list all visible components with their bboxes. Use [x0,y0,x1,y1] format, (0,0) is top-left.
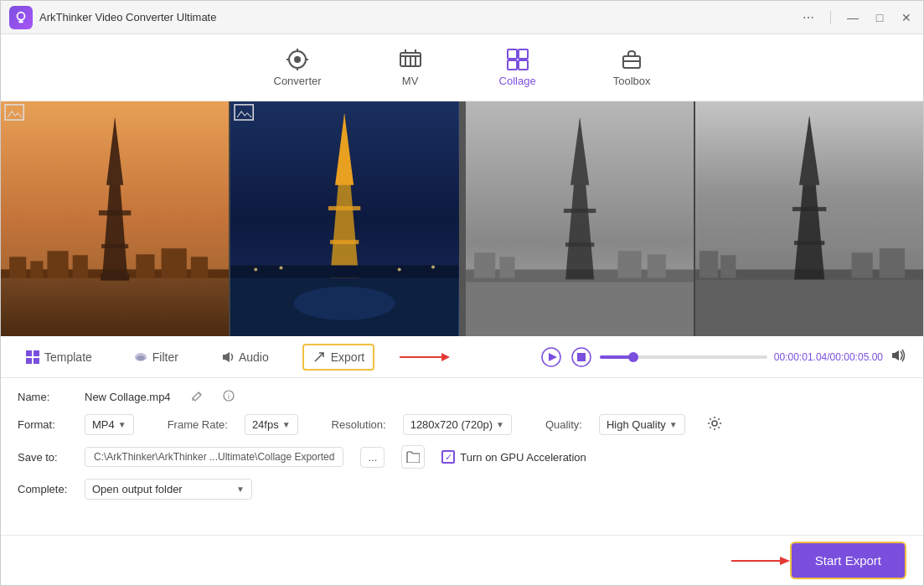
svg-rect-51 [617,251,641,277]
app-logo [9,6,33,29]
tab-filter[interactable]: Filter [126,345,187,369]
tab-toolbox[interactable]: Toolbox [600,41,664,94]
quality-label: Quality: [545,418,582,431]
resolution-label: Resolution: [332,418,386,431]
more-button[interactable]: ... [360,447,385,468]
name-value: New Collage.mp4 [85,391,171,403]
svg-point-44 [431,265,435,268]
saveto-label: Save to: [18,451,68,464]
playback-controls: 00:00:01.04/00:00:05.00 [539,345,906,369]
svg-rect-55 [563,209,595,213]
play-button[interactable] [539,345,563,369]
tab-template-label: Template [44,350,92,364]
svg-rect-47 [466,278,694,336]
svg-rect-11 [519,49,528,59]
complete-row: Complete: Open output folder ▼ [18,479,906,500]
svg-point-0 [18,12,25,19]
more-button[interactable]: ⋯ [800,9,817,26]
resolution-select[interactable]: 1280x720 (720p) ▼ [403,414,512,435]
format-label: Format: [18,418,68,431]
stop-button[interactable] [570,345,593,369]
volume-icon[interactable] [890,347,906,367]
svg-point-34 [294,287,395,320]
export-arrow-indicator [400,349,450,366]
svg-rect-12 [508,60,517,70]
svg-rect-38 [330,240,359,244]
tab-mv[interactable]: MV [385,41,436,94]
name-info-icon[interactable]: i [223,390,235,404]
svg-rect-28 [101,274,129,281]
complete-label: Complete: [18,483,68,495]
tab-mv-label: MV [402,75,419,87]
name-row: Name: New Collage.mp4 i [18,390,906,404]
svg-marker-90 [780,557,790,565]
saveto-row: Save to: C:\ArkThinker\ArkThinker ...Ult… [18,445,906,469]
folder-button[interactable] [401,445,425,469]
svg-rect-72 [26,358,32,364]
close-button[interactable]: ✕ [898,9,915,26]
app-title: ArkThinker Video Converter Ultimate [39,11,800,23]
tab-filter-label: Filter [152,350,178,364]
maximize-button[interactable]: □ [871,9,888,26]
svg-marker-78 [441,353,450,361]
svg-marker-80 [549,353,557,361]
svg-point-41 [254,267,257,271]
svg-rect-49 [474,252,495,277]
framerate-label: Frame Rate: [168,418,228,431]
svg-rect-22 [73,255,88,277]
preview-image-1 [1,101,229,336]
svg-rect-30 [101,244,128,248]
name-edit-icon[interactable] [191,390,203,404]
settings-area: Name: New Collage.mp4 i Format: MP4 ▼ Fr… [1,378,923,535]
checkbox-icon: ✓ [441,450,455,464]
saveto-path: C:\ArkThinker\ArkThinker ...Ultimate\Col… [85,447,343,467]
time-display: 00:00:01.04/00:00:05.00 [774,351,883,363]
svg-rect-20 [30,261,43,277]
start-export-button[interactable]: Start Export [790,542,906,579]
tab-toolbox-label: Toolbox [613,75,651,87]
preview-area [1,101,923,336]
svg-point-4 [294,56,301,63]
svg-rect-67 [792,207,826,211]
svg-rect-25 [191,257,208,277]
gpu-acceleration-checkbox[interactable]: ✓ Turn on GPU Acceleration [441,450,586,464]
tab-export[interactable]: Export [302,344,374,371]
quality-select[interactable]: High Quality ▼ [599,414,685,435]
svg-line-84 [199,392,201,395]
tab-collage-label: Collage [499,75,536,87]
name-label: Name: [18,391,68,403]
window-controls: ⋯ — □ ✕ [800,9,915,26]
nav-tabs: Converter MV Collage [1,34,923,101]
svg-text:i: i [228,392,230,401]
framerate-select[interactable]: 24fps ▼ [245,414,298,435]
tab-collage[interactable]: Collage [486,41,550,94]
svg-point-42 [280,266,283,269]
tab-converter-label: Converter [274,75,322,87]
minimize-button[interactable]: — [844,9,861,26]
svg-rect-61 [699,251,718,277]
svg-rect-19 [9,257,26,277]
svg-rect-37 [328,206,360,210]
complete-select[interactable]: Open output folder ▼ [85,479,252,500]
preview-divider [459,101,466,336]
preview-image-2 [230,101,458,336]
gpu-label: Turn on GPU Acceleration [460,451,586,464]
playback-progress[interactable] [600,355,767,359]
tab-export-label: Export [331,350,364,364]
svg-rect-62 [720,255,736,277]
svg-rect-56 [565,242,593,246]
svg-rect-13 [519,60,528,70]
svg-rect-57 [567,270,592,278]
tab-audio[interactable]: Audio [212,345,277,369]
svg-rect-59 [695,274,923,336]
tab-template[interactable]: Template [18,345,101,369]
svg-rect-63 [851,252,872,277]
format-select[interactable]: MP4 ▼ [85,414,134,435]
start-export-area: Start Export [731,542,906,579]
titlebar: ArkThinker Video Converter Ultimate ⋯ — … [1,1,923,34]
quality-gear-icon[interactable] [707,416,722,434]
tool-tabs: Template Filter Audio Exp [1,336,923,378]
tab-converter[interactable]: Converter [261,41,335,94]
format-row: Format: MP4 ▼ Frame Rate: 24fps ▼ Resolu… [18,414,906,435]
app-window: ArkThinker Video Converter Ultimate ⋯ — … [0,0,924,586]
